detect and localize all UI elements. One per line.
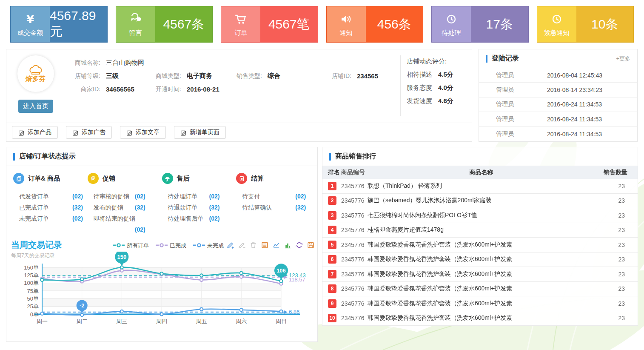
status-item-发布的促销[interactable]: 发布的促销(32): [94, 202, 145, 213]
stat-card-待处理[interactable]: 待处理17条: [431, 6, 529, 43]
sales-quantity: 23: [595, 241, 638, 248]
info-field: 商城类型:电子商务: [147, 72, 228, 80]
status-item-count[interactable]: (02): [72, 213, 83, 224]
trash-icon[interactable]: [249, 241, 257, 249]
info-field: 商城名称:三台山购物网: [66, 59, 185, 67]
pencil-plus-icon[interactable]: [226, 241, 234, 249]
status-item-代发货订单[interactable]: 代发货订单(02): [19, 191, 83, 202]
legend-label: 已完成: [170, 242, 186, 250]
status-item-label: 待处理售后单: [168, 213, 204, 224]
product-name: 施巴（sebamed）婴儿泡泡沐浴露200ml家庭装: [368, 197, 595, 204]
rank-cell: 4: [322, 226, 341, 234]
stat-card-left: 订单: [221, 6, 260, 42]
more-link[interactable]: +更多: [616, 55, 630, 63]
status-group-name: 结算: [251, 175, 264, 183]
info-field-value: 34656565: [106, 86, 134, 93]
status-group-header: 促促销: [88, 173, 162, 184]
action-button-添加产品[interactable]: 添加产品: [12, 126, 58, 139]
status-item-待退款订单[interactable]: 待退款订单(32): [168, 202, 220, 213]
chat-icon: [128, 12, 143, 26]
status-item-待审核的促销[interactable]: 待审核的促销(02): [94, 191, 145, 202]
status-item-即将结束的促销[interactable]: 即将结束的促销(02): [94, 213, 145, 235]
shop-logo-text: 焙多芬: [26, 75, 46, 83]
login-user: 管理员: [496, 115, 547, 123]
info-field-value: 2016-08-21: [187, 86, 219, 93]
svg-text:118.57: 118.57: [289, 276, 305, 283]
data-view-icon[interactable]: [260, 241, 269, 249]
stat-card-left: 待处理: [432, 6, 471, 42]
status-item-待结算确认[interactable]: 待结算确认(32): [242, 202, 306, 213]
speaker-icon: [339, 12, 354, 26]
ranking-row: 62345776韩国爱敬挚爱香氛花香洗护套装（洗发水600ml+护发素23: [322, 252, 638, 267]
title-accent-bar: [329, 153, 331, 161]
login-user: 管理员: [496, 130, 547, 138]
status-item-label: 已完成订单: [19, 202, 49, 213]
action-button-新增单页面[interactable]: 新增单页面: [174, 126, 226, 139]
vertical-divider: [400, 55, 401, 116]
svg-text:106: 106: [276, 267, 286, 274]
status-item-label: 发布的促销: [94, 202, 123, 213]
status-item-已完成订单[interactable]: 已完成订单(32): [19, 202, 83, 213]
action-button-添加广告[interactable]: 添加广告: [66, 126, 112, 139]
status-item-count[interactable]: (32): [135, 202, 145, 213]
login-record-row: 管理员2016-08-04 12:45:43: [479, 68, 637, 83]
status-item-count[interactable]: (02): [135, 191, 145, 202]
rank-cell: 10: [322, 314, 341, 322]
info-field-value: 综合: [268, 72, 280, 80]
status-panel-title: 店铺/订单状态提示: [19, 152, 75, 161]
info-field: 店铺ID:234565: [317, 72, 394, 80]
ranking-row: 22345776施巴（sebamed）婴儿泡泡沐浴露200ml家庭装23: [322, 194, 638, 209]
legend-item-已完成[interactable]: 已完成: [156, 242, 186, 250]
status-item-count[interactable]: (32): [209, 202, 220, 213]
svg-text:50单: 50单: [27, 295, 39, 302]
status-item-count[interactable]: (02): [295, 191, 306, 202]
action-button-添加文章[interactable]: 添加文章: [120, 126, 166, 139]
status-item-count[interactable]: (02): [209, 191, 220, 202]
legend-item-未完成[interactable]: 未完成: [193, 242, 224, 250]
status-group-header: 订单& 商品: [13, 173, 88, 184]
stat-card-紧急通知[interactable]: 紧急通知10条: [537, 6, 634, 43]
status-item-待处理订单[interactable]: 待处理订单(02): [168, 191, 220, 202]
status-item-count[interactable]: (02): [72, 191, 83, 202]
svg-text:150单: 150单: [24, 264, 39, 271]
svg-text:周六: 周六: [236, 318, 247, 324]
rank-badge: 5: [328, 241, 336, 249]
shop-info-panel: 焙多芬 进入首页 商城名称:三台山购物网店铺等级:三级商城类型:电子商务销售类型…: [6, 49, 472, 142]
login-time: 2016-08-24 11:34:53: [547, 131, 602, 138]
product-name: 韩国爱敬挚爱香氛花香洗护套装（洗发水600ml+护发素: [368, 255, 595, 263]
line-chart-icon[interactable]: [272, 241, 280, 249]
action-button-label: 新增单页面: [190, 129, 219, 136]
stat-card-通知[interactable]: 通知456条: [326, 6, 424, 43]
rating-row: 服务态度4.0分: [407, 81, 453, 94]
rank-cell: 1: [322, 182, 341, 190]
stat-card-value: 4567笔: [260, 6, 318, 42]
status-item-count[interactable]: (02): [209, 213, 220, 224]
pencil-minus-icon[interactable]: [237, 241, 246, 249]
product-name: 韩国爱敬挚爱香氛花香洗护套装（洗发水600ml+护发素: [368, 300, 595, 307]
status-item-count[interactable]: (32): [295, 202, 306, 213]
status-item-未完成订单[interactable]: 未完成订单(02): [19, 213, 83, 224]
legend-item-所有订单[interactable]: 所有订单: [113, 242, 149, 250]
ranking-column-header: 商品编号: [341, 169, 368, 176]
enter-home-button[interactable]: 进入首页: [18, 100, 53, 113]
stat-card-value: 17条: [471, 6, 528, 42]
status-item-count[interactable]: (02): [135, 224, 145, 235]
status-item-待处理售后单[interactable]: 待处理售后单(02): [168, 213, 220, 224]
sales-quantity: 23: [595, 197, 638, 204]
status-item-待支付[interactable]: 待支付(02): [242, 191, 306, 202]
login-user: 管理员: [496, 100, 547, 108]
save-icon[interactable]: [306, 241, 315, 249]
bar-chart-icon[interactable]: [283, 241, 292, 249]
refresh-icon[interactable]: [295, 241, 303, 249]
login-panel-title: 登陆记录: [492, 54, 519, 63]
stat-card-留言[interactable]: 留言4567条: [116, 6, 213, 43]
stat-card-left: 留言: [116, 6, 155, 42]
status-item-count[interactable]: (32): [72, 202, 83, 213]
rank-cell: 2: [322, 196, 341, 205]
stat-card-成交金额[interactable]: ¥成交金额4567.89元: [10, 6, 108, 43]
ranking-column-header: 销售数量: [595, 169, 638, 176]
rank-cell: 8: [322, 284, 341, 293]
login-records-panel: 登陆记录 +更多 管理员2016-08-04 12:45:43管理员2016-0…: [479, 49, 638, 142]
rating-label: 服务态度: [407, 81, 432, 94]
stat-card-订单[interactable]: 订单4567笔: [221, 6, 318, 43]
